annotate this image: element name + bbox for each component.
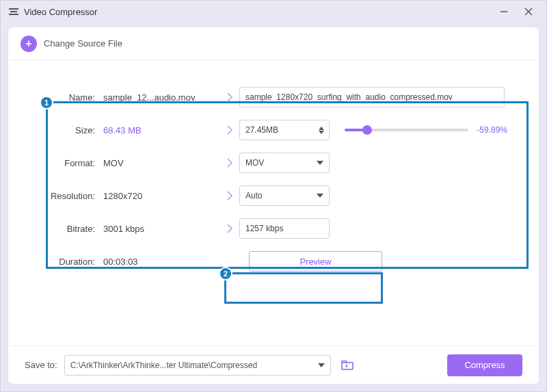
minimize-button[interactable]	[494, 2, 513, 21]
window-title: Video Compressor	[24, 7, 489, 17]
size-decrease-button[interactable]	[319, 131, 324, 134]
save-path-value: C:\ArkThinker\ArkThinke...ter Ultimate\C…	[70, 361, 257, 370]
tutorial-highlight-2	[224, 272, 383, 304]
footer: Save to: C:\ArkThinker\ArkThinke...ter U…	[8, 345, 539, 384]
add-source-button[interactable]: +	[21, 36, 37, 52]
output-format-value: MOV	[245, 158, 264, 168]
chevron-down-icon	[317, 161, 323, 165]
size-slider[interactable]	[345, 129, 468, 131]
output-format-select[interactable]: MOV	[239, 153, 330, 173]
compress-button[interactable]: Compress	[447, 354, 522, 376]
tutorial-step-1-badge: 1	[40, 96, 53, 109]
tutorial-step-2-badge: 2	[219, 267, 232, 280]
chevron-down-icon	[317, 194, 323, 198]
topbar: + Change Source File	[8, 27, 539, 60]
output-size-spinner[interactable]: 27.45MB	[239, 120, 330, 140]
app-icon	[9, 7, 18, 16]
close-button[interactable]	[519, 2, 538, 21]
chevron-down-icon	[318, 363, 325, 367]
titlebar: Video Compressor	[1, 1, 546, 23]
size-increase-button[interactable]	[319, 127, 324, 130]
spinner-arrows	[317, 122, 326, 138]
output-resolution-value: Auto	[245, 191, 263, 200]
save-to-label: Save to:	[25, 360, 57, 370]
main-card: + Change Source File 1 2 Name: sample_12…	[8, 27, 539, 384]
change-source-label[interactable]: Change Source File	[44, 38, 122, 49]
output-size-value: 27.45MB	[245, 125, 278, 135]
svg-rect-3	[342, 363, 353, 369]
save-path-select[interactable]: C:\ArkThinker\ArkThinke...ter Ultimate\C…	[64, 355, 331, 376]
app-window: Video Compressor + Change Source File 1 …	[0, 0, 547, 392]
open-folder-button[interactable]	[338, 356, 357, 375]
content: 1 2 Name: sample_12...audio.mov Size: 68…	[8, 60, 539, 345]
slider-thumb[interactable]	[362, 125, 372, 135]
output-resolution-select[interactable]: Auto	[239, 185, 330, 206]
